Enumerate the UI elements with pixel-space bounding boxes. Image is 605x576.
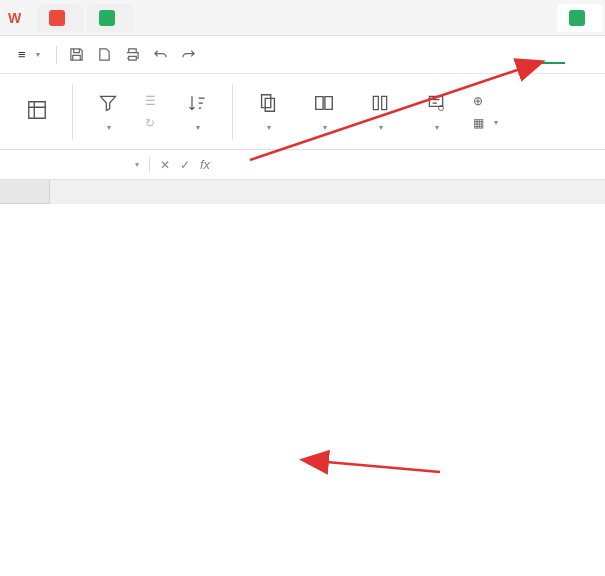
dedup-icon [257,91,279,115]
file-menu[interactable]: ≡ ▾ [10,43,48,66]
tab-workbook1[interactable] [557,4,603,32]
tab-spreadsheet-icon [99,10,115,26]
show-all-button: ☰ [139,91,166,111]
app-logo: W [8,10,35,26]
chevron-down-icon: ▾ [36,50,40,59]
tab-spreadsheet-icon [569,10,585,26]
ribbon-tabs [417,46,595,64]
validate-button[interactable]: ▾ [411,87,461,137]
compare-icon [313,91,335,115]
formula-input[interactable] [220,157,595,172]
filter-icon [98,91,118,115]
sort-button[interactable]: ▾ [172,87,222,137]
find-input-button[interactable]: ⊕ [467,91,504,111]
new-button[interactable] [93,43,117,67]
show-all-icon: ☰ [145,94,156,108]
fill-icon: ▦ [473,116,484,130]
formula-bar: ▾ ✕ ✓ fx [0,150,605,180]
column-headers [0,180,605,204]
tab-formula[interactable] [507,46,535,64]
new-icon [97,47,112,62]
tab-data[interactable] [537,46,565,64]
menu-bar: ≡ ▾ [0,36,605,74]
tab-date-file[interactable] [87,4,133,32]
cancel-button[interactable]: ✕ [160,158,170,172]
redo-button[interactable] [177,43,201,67]
confirm-button[interactable]: ✓ [180,158,190,172]
separator [72,84,73,140]
pivot-table-icon [26,98,48,122]
split-button[interactable]: ▾ [355,87,405,137]
chevron-down-icon: ▾ [135,160,139,169]
fx-icon[interactable]: fx [200,157,210,172]
search-icon: ⊕ [473,94,483,108]
title-bar: W [0,0,605,36]
save-button[interactable] [65,43,89,67]
separator [56,46,57,64]
tab-insert[interactable] [447,46,475,64]
split-icon [370,91,390,115]
svg-line-2 [304,460,440,472]
save-icon [69,47,84,62]
redo-icon [181,47,196,62]
tab-review[interactable] [567,46,595,64]
filter-button[interactable]: ▾ [83,87,133,137]
spreadsheet-grid [0,180,605,204]
compare-button[interactable]: ▾ [299,87,349,137]
tab-home[interactable] [417,46,445,64]
fill-button[interactable]: ▦ ▾ [467,113,504,133]
validate-icon [426,91,446,115]
undo-icon [153,47,168,62]
tab-page[interactable] [477,46,505,64]
hamburger-icon: ≡ [18,47,26,62]
filter-extras: ☰ ↻ [139,91,166,133]
pivot-table-button[interactable] [12,94,62,130]
separator [232,84,233,140]
fx-area: ✕ ✓ fx [150,157,605,172]
print-icon [125,47,140,62]
undo-button[interactable] [149,43,173,67]
wps-icon: W [8,10,21,26]
select-all-corner[interactable] [0,180,50,204]
sort-icon [187,91,207,115]
reapply-button: ↻ [139,113,166,133]
name-box[interactable]: ▾ [0,156,150,173]
input-extras: ⊕ ▦ ▾ [467,91,504,133]
dedup-button[interactable]: ▾ [243,87,293,137]
print-button[interactable] [121,43,145,67]
tab-template-store[interactable] [37,4,83,32]
reapply-icon: ↻ [145,116,155,130]
ribbon: ▾ ☰ ↻ ▾ ▾ ▾ ▾ [0,74,605,150]
tab-template-icon [49,10,65,26]
